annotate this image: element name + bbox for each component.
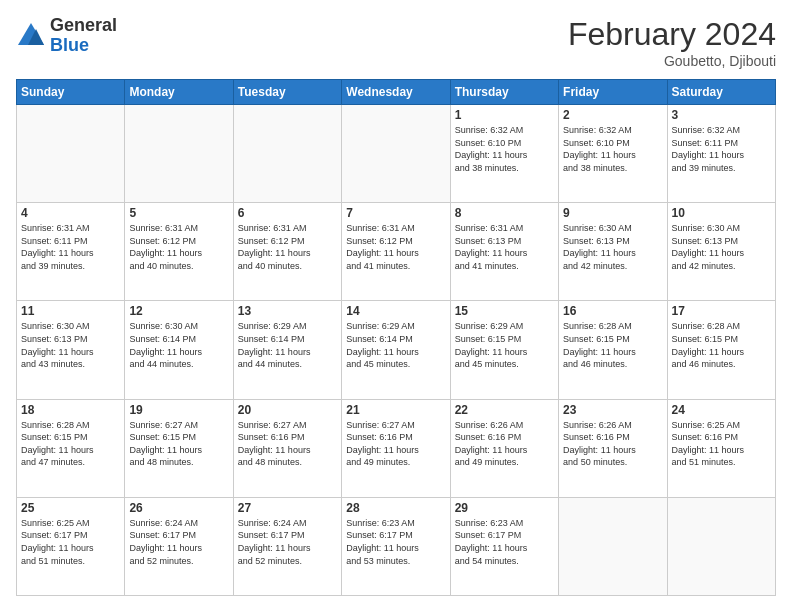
title-block: February 2024 Goubetto, Djibouti [568, 16, 776, 69]
day-info: Sunrise: 6:30 AM Sunset: 6:14 PM Dayligh… [129, 320, 228, 370]
day-info: Sunrise: 6:23 AM Sunset: 6:17 PM Dayligh… [346, 517, 445, 567]
day-number: 13 [238, 304, 337, 318]
day-info: Sunrise: 6:28 AM Sunset: 6:15 PM Dayligh… [21, 419, 120, 469]
weekday-header: Monday [125, 80, 233, 105]
calendar-cell: 21Sunrise: 6:27 AM Sunset: 6:16 PM Dayli… [342, 399, 450, 497]
logo: General Blue [16, 16, 117, 56]
day-number: 24 [672, 403, 771, 417]
weekday-header: Wednesday [342, 80, 450, 105]
calendar-cell [233, 105, 341, 203]
weekday-header: Sunday [17, 80, 125, 105]
day-number: 10 [672, 206, 771, 220]
day-number: 4 [21, 206, 120, 220]
day-info: Sunrise: 6:26 AM Sunset: 6:16 PM Dayligh… [455, 419, 554, 469]
day-number: 22 [455, 403, 554, 417]
day-info: Sunrise: 6:31 AM Sunset: 6:12 PM Dayligh… [129, 222, 228, 272]
day-info: Sunrise: 6:32 AM Sunset: 6:10 PM Dayligh… [563, 124, 662, 174]
day-number: 15 [455, 304, 554, 318]
month-year: February 2024 [568, 16, 776, 53]
calendar-cell: 10Sunrise: 6:30 AM Sunset: 6:13 PM Dayli… [667, 203, 775, 301]
day-info: Sunrise: 6:31 AM Sunset: 6:12 PM Dayligh… [346, 222, 445, 272]
calendar-cell: 5Sunrise: 6:31 AM Sunset: 6:12 PM Daylig… [125, 203, 233, 301]
logo-general: General [50, 15, 117, 35]
day-number: 23 [563, 403, 662, 417]
logo-text: General Blue [50, 16, 117, 56]
calendar-cell: 6Sunrise: 6:31 AM Sunset: 6:12 PM Daylig… [233, 203, 341, 301]
day-number: 3 [672, 108, 771, 122]
day-info: Sunrise: 6:29 AM Sunset: 6:14 PM Dayligh… [238, 320, 337, 370]
day-number: 11 [21, 304, 120, 318]
calendar-cell: 22Sunrise: 6:26 AM Sunset: 6:16 PM Dayli… [450, 399, 558, 497]
calendar-cell: 24Sunrise: 6:25 AM Sunset: 6:16 PM Dayli… [667, 399, 775, 497]
calendar-cell: 16Sunrise: 6:28 AM Sunset: 6:15 PM Dayli… [559, 301, 667, 399]
day-number: 14 [346, 304, 445, 318]
day-number: 26 [129, 501, 228, 515]
day-info: Sunrise: 6:32 AM Sunset: 6:10 PM Dayligh… [455, 124, 554, 174]
calendar-cell: 26Sunrise: 6:24 AM Sunset: 6:17 PM Dayli… [125, 497, 233, 595]
calendar-cell [559, 497, 667, 595]
calendar-cell: 8Sunrise: 6:31 AM Sunset: 6:13 PM Daylig… [450, 203, 558, 301]
weekday-header: Saturday [667, 80, 775, 105]
day-info: Sunrise: 6:26 AM Sunset: 6:16 PM Dayligh… [563, 419, 662, 469]
day-number: 21 [346, 403, 445, 417]
calendar-cell: 25Sunrise: 6:25 AM Sunset: 6:17 PM Dayli… [17, 497, 125, 595]
logo-blue: Blue [50, 35, 89, 55]
day-info: Sunrise: 6:23 AM Sunset: 6:17 PM Dayligh… [455, 517, 554, 567]
day-info: Sunrise: 6:30 AM Sunset: 6:13 PM Dayligh… [672, 222, 771, 272]
day-info: Sunrise: 6:32 AM Sunset: 6:11 PM Dayligh… [672, 124, 771, 174]
day-number: 28 [346, 501, 445, 515]
logo-icon [16, 21, 46, 51]
day-info: Sunrise: 6:29 AM Sunset: 6:15 PM Dayligh… [455, 320, 554, 370]
calendar-cell: 4Sunrise: 6:31 AM Sunset: 6:11 PM Daylig… [17, 203, 125, 301]
calendar-cell [667, 497, 775, 595]
day-info: Sunrise: 6:27 AM Sunset: 6:15 PM Dayligh… [129, 419, 228, 469]
day-number: 12 [129, 304, 228, 318]
day-info: Sunrise: 6:30 AM Sunset: 6:13 PM Dayligh… [21, 320, 120, 370]
day-info: Sunrise: 6:28 AM Sunset: 6:15 PM Dayligh… [672, 320, 771, 370]
calendar-cell: 23Sunrise: 6:26 AM Sunset: 6:16 PM Dayli… [559, 399, 667, 497]
calendar-cell [17, 105, 125, 203]
calendar-cell: 19Sunrise: 6:27 AM Sunset: 6:15 PM Dayli… [125, 399, 233, 497]
day-info: Sunrise: 6:27 AM Sunset: 6:16 PM Dayligh… [346, 419, 445, 469]
weekday-header: Friday [559, 80, 667, 105]
day-number: 19 [129, 403, 228, 417]
day-number: 18 [21, 403, 120, 417]
calendar-cell: 7Sunrise: 6:31 AM Sunset: 6:12 PM Daylig… [342, 203, 450, 301]
day-number: 9 [563, 206, 662, 220]
calendar-cell: 20Sunrise: 6:27 AM Sunset: 6:16 PM Dayli… [233, 399, 341, 497]
day-info: Sunrise: 6:31 AM Sunset: 6:11 PM Dayligh… [21, 222, 120, 272]
day-number: 20 [238, 403, 337, 417]
day-info: Sunrise: 6:30 AM Sunset: 6:13 PM Dayligh… [563, 222, 662, 272]
calendar-table: SundayMondayTuesdayWednesdayThursdayFrid… [16, 79, 776, 596]
day-number: 25 [21, 501, 120, 515]
calendar-cell [125, 105, 233, 203]
location: Goubetto, Djibouti [568, 53, 776, 69]
day-number: 6 [238, 206, 337, 220]
day-number: 27 [238, 501, 337, 515]
day-info: Sunrise: 6:31 AM Sunset: 6:13 PM Dayligh… [455, 222, 554, 272]
day-number: 1 [455, 108, 554, 122]
calendar-cell: 1Sunrise: 6:32 AM Sunset: 6:10 PM Daylig… [450, 105, 558, 203]
calendar-cell: 27Sunrise: 6:24 AM Sunset: 6:17 PM Dayli… [233, 497, 341, 595]
day-info: Sunrise: 6:24 AM Sunset: 6:17 PM Dayligh… [238, 517, 337, 567]
day-info: Sunrise: 6:31 AM Sunset: 6:12 PM Dayligh… [238, 222, 337, 272]
weekday-header: Tuesday [233, 80, 341, 105]
day-info: Sunrise: 6:25 AM Sunset: 6:16 PM Dayligh… [672, 419, 771, 469]
page: General Blue February 2024 Goubetto, Dji… [0, 0, 792, 612]
header: General Blue February 2024 Goubetto, Dji… [16, 16, 776, 69]
day-number: 7 [346, 206, 445, 220]
calendar-cell: 29Sunrise: 6:23 AM Sunset: 6:17 PM Dayli… [450, 497, 558, 595]
calendar-cell: 2Sunrise: 6:32 AM Sunset: 6:10 PM Daylig… [559, 105, 667, 203]
day-number: 5 [129, 206, 228, 220]
calendar-cell: 12Sunrise: 6:30 AM Sunset: 6:14 PM Dayli… [125, 301, 233, 399]
calendar-cell: 14Sunrise: 6:29 AM Sunset: 6:14 PM Dayli… [342, 301, 450, 399]
day-info: Sunrise: 6:29 AM Sunset: 6:14 PM Dayligh… [346, 320, 445, 370]
calendar-cell: 9Sunrise: 6:30 AM Sunset: 6:13 PM Daylig… [559, 203, 667, 301]
day-number: 29 [455, 501, 554, 515]
calendar-cell: 13Sunrise: 6:29 AM Sunset: 6:14 PM Dayli… [233, 301, 341, 399]
weekday-header: Thursday [450, 80, 558, 105]
day-info: Sunrise: 6:25 AM Sunset: 6:17 PM Dayligh… [21, 517, 120, 567]
day-info: Sunrise: 6:24 AM Sunset: 6:17 PM Dayligh… [129, 517, 228, 567]
calendar-cell: 17Sunrise: 6:28 AM Sunset: 6:15 PM Dayli… [667, 301, 775, 399]
day-number: 2 [563, 108, 662, 122]
